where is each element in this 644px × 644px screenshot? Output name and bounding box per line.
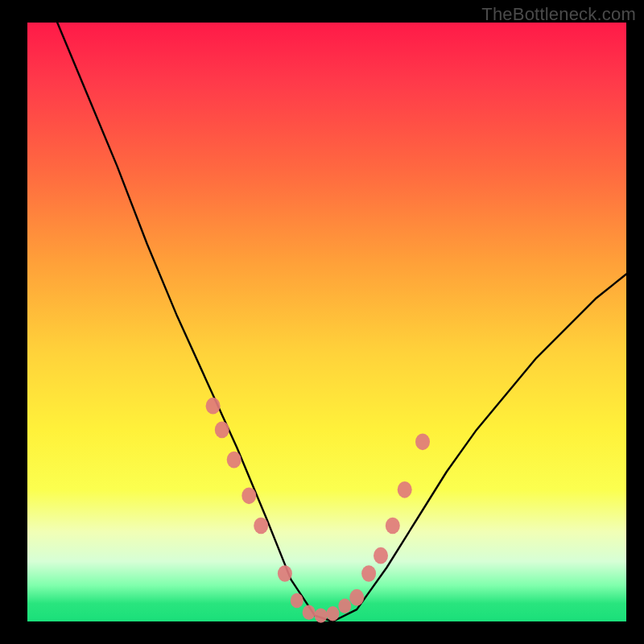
marker-dot <box>326 606 339 621</box>
marker-dot <box>242 487 256 504</box>
marker-dot <box>386 518 400 535</box>
marker-dot <box>227 452 242 469</box>
bottleneck-curve <box>57 23 626 621</box>
marker-dot <box>349 589 364 606</box>
marker-dot <box>206 398 221 415</box>
marker-dot <box>361 565 376 582</box>
marker-dot <box>303 605 316 620</box>
marker-dot <box>278 565 292 582</box>
marker-dot <box>315 608 328 622</box>
marker-dot <box>291 593 303 608</box>
marker-dot <box>374 547 388 564</box>
outer-frame: TheBottleneck.com <box>0 0 644 644</box>
marker-dot <box>338 599 351 613</box>
chart-svg <box>0 0 644 644</box>
watermark-text: TheBottleneck.com <box>481 4 636 25</box>
marker-dot <box>398 481 412 498</box>
marker-dot <box>215 422 229 439</box>
marker-dot <box>254 518 268 535</box>
marker-dot <box>415 433 430 450</box>
